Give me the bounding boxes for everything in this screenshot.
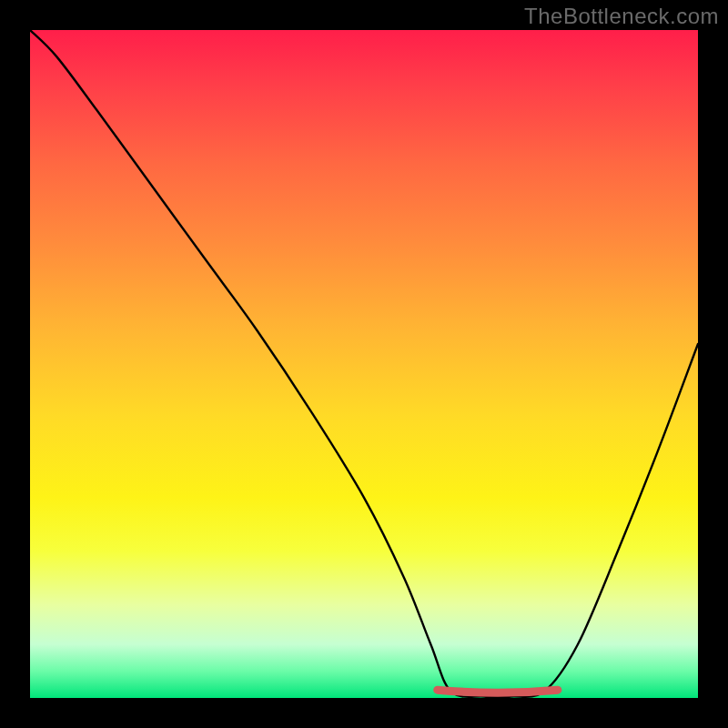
chart-frame: TheBottleneck.com [0,0,728,728]
watermark-text: TheBottleneck.com [524,4,719,29]
bottleneck-curve-svg [30,30,698,698]
bottleneck-curve-path [30,30,698,697]
plot-gradient-area [30,30,698,698]
optimal-range-marker [438,690,558,693]
